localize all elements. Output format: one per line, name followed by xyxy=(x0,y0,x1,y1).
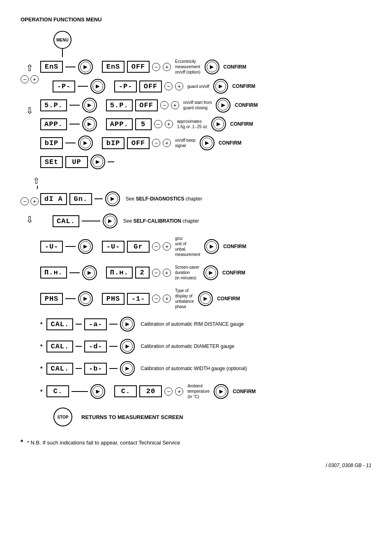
temp-confirm-label: CONFIRM xyxy=(233,389,256,394)
returns-row: STOP RETURNS TO MEASUREMENT SCREEN xyxy=(53,408,374,426)
cal-d-display2: -d- xyxy=(84,341,107,352)
menu-button[interactable]: MENU xyxy=(53,31,71,49)
bip-minus[interactable]: − xyxy=(152,139,160,147)
phs-nav-btn[interactable]: ► xyxy=(78,291,93,306)
diag-nav-btn[interactable]: ► xyxy=(105,191,120,206)
cal-b-nav-btn[interactable]: ► xyxy=(120,361,135,376)
temp-nav-btn[interactable]: ► xyxy=(90,384,105,399)
nav-plus[interactable]: + xyxy=(30,75,39,83)
ast-d: * xyxy=(40,343,42,350)
cal-d-desc: Calibration of automatic DIAMETER gauge xyxy=(141,343,234,349)
left-nav-2: − + ⇩ xyxy=(21,196,39,225)
u-plus[interactable]: + xyxy=(163,242,171,251)
cal-b-desc: Calibration of automatic WIDTH gauge (op… xyxy=(141,366,247,371)
ens-confirm-btn[interactable]: ► xyxy=(205,60,219,74)
p-desc: guard on/off xyxy=(187,84,209,89)
p-nav-btn[interactable]: ► xyxy=(90,79,105,94)
u-display1: -U- xyxy=(40,241,63,253)
ast-b: * xyxy=(40,365,42,372)
app-confirm-btn[interactable]: ► xyxy=(211,117,226,131)
nav2-minus[interactable]: − xyxy=(21,197,29,205)
row-temp: * C. ► C. 20 − + Ambienttemperature(in °… xyxy=(40,383,374,399)
cal-d-display1: CAL. xyxy=(46,341,73,352)
cal-a-nav-btn[interactable]: ► xyxy=(120,317,135,332)
app-plus[interactable]: + xyxy=(165,120,173,128)
temp-confirm-btn[interactable]: ► xyxy=(214,384,228,399)
u-confirm-btn[interactable]: ► xyxy=(204,239,219,254)
row-min: П.н. ► П.н. 2 − + Screen-saverduration(i… xyxy=(40,265,374,281)
min-minus[interactable]: − xyxy=(152,269,160,277)
ens-desc: Eccentricitymeasurementon/off (option) xyxy=(175,59,201,75)
ens-plus[interactable]: + xyxy=(163,63,171,71)
app-desc: approximates1-5g or .1-.25 oz xyxy=(177,119,207,129)
bip-plus[interactable]: + xyxy=(163,139,171,147)
sp-desc: on/off start fromguard closing xyxy=(183,100,212,111)
p-confirm-btn[interactable]: ► xyxy=(213,79,228,94)
row-u: -U- ► -U- Gr − + g/ozunit ofunbal.measur… xyxy=(40,236,374,257)
ast-temp: * xyxy=(40,388,42,395)
ast-a: * xyxy=(40,321,42,327)
cal-a-display1: CAL. xyxy=(46,318,73,330)
cal-a-desc: Calibration of automatic RIM DISTANCE ga… xyxy=(141,321,244,327)
phs-confirm-btn[interactable]: ► xyxy=(198,291,213,306)
p-plus[interactable]: + xyxy=(175,82,183,90)
cal-b-display1: CAL. xyxy=(46,363,73,375)
ens-confirm-label: CONFIRM xyxy=(224,64,247,70)
temp-display1: C. xyxy=(46,385,69,397)
phs-plus[interactable]: + xyxy=(163,295,171,303)
sp-display3: OFF xyxy=(135,99,158,111)
left-nav: ⇧ − + ⇩ xyxy=(21,63,39,116)
row-set: SEt UP ► xyxy=(40,154,374,169)
nav-down-arrow[interactable]: ⇩ xyxy=(26,106,33,116)
phs-minus[interactable]: − xyxy=(152,295,160,303)
row-cal-b: * CAL. -b- ► Calibration of automatic WI… xyxy=(40,361,374,376)
ens-nav-btn[interactable]: ► xyxy=(78,60,93,74)
ens-display2: EnS xyxy=(102,61,125,73)
cal-d-nav-btn[interactable]: ► xyxy=(120,339,135,354)
row-p: -P- ► -P- OFF − + guard on/off ► CONFIRM xyxy=(53,79,374,94)
cal-a-display2: -a- xyxy=(84,318,107,330)
p-display2: -P- xyxy=(114,81,137,92)
nav2-down-arrow[interactable]: ⇩ xyxy=(26,214,33,225)
page-title: OPERATION FUNCTIONS MENU xyxy=(21,16,371,23)
nav-minus[interactable]: − xyxy=(21,75,29,83)
sp-plus[interactable]: + xyxy=(171,101,179,109)
sp-confirm-label: CONFIRM xyxy=(235,102,258,108)
sp-display2: 5.P. xyxy=(106,99,133,111)
bip-display3: OFF xyxy=(127,137,150,149)
p-minus[interactable]: − xyxy=(164,82,173,90)
bip-nav-btn[interactable]: ► xyxy=(78,136,93,150)
diagram-container: MENU ⇧ − + ⇩ EnS ► EnS OFF − xyxy=(21,31,374,426)
min-confirm-btn[interactable]: ► xyxy=(203,265,218,280)
sp-minus[interactable]: − xyxy=(160,101,168,109)
app-nav-btn[interactable]: ► xyxy=(82,117,97,131)
sp-nav-btn[interactable]: ► xyxy=(82,98,97,113)
sp-confirm-btn[interactable]: ► xyxy=(216,98,231,113)
cal-main-display1: CAL. xyxy=(53,215,79,227)
temp-minus[interactable]: − xyxy=(164,387,173,396)
app-minus[interactable]: − xyxy=(154,120,162,128)
min-nav-btn[interactable]: ► xyxy=(82,265,97,280)
u-minus[interactable]: − xyxy=(152,242,160,251)
min-plus[interactable]: + xyxy=(163,269,171,277)
row-app: APP. ► APP. 5 − + approximates1-5g or .1… xyxy=(40,117,374,131)
temp-plus[interactable]: + xyxy=(175,387,183,396)
p-display3: OFF xyxy=(139,81,162,92)
stop-button[interactable]: STOP xyxy=(53,408,72,426)
temp-display2: C. xyxy=(114,385,137,397)
section-up-arrow[interactable]: ⇧ xyxy=(33,176,40,186)
ens-minus[interactable]: − xyxy=(152,63,160,71)
bip-confirm-btn[interactable]: ► xyxy=(200,136,214,150)
u-display3: Gr xyxy=(127,241,150,253)
nav-up-arrow[interactable]: ⇧ xyxy=(26,63,33,74)
row-sp: 5.P. ► 5.P. OFF − + on/off start fromgua… xyxy=(40,98,374,113)
u-nav-btn[interactable]: ► xyxy=(78,239,93,254)
row-cal-main: CAL. ► See SELF-CALIBRATION chapter xyxy=(53,214,374,228)
min-display1: П.н. xyxy=(40,267,67,279)
row-cal-d: * CAL. -d- ► Calibration of automatic DI… xyxy=(40,339,374,354)
cal-main-nav-btn[interactable]: ► xyxy=(103,214,118,228)
cal-main-desc: See SELF-CALIBRATION chapter xyxy=(123,218,199,224)
set-nav-btn[interactable]: ► xyxy=(90,154,105,169)
nav2-plus[interactable]: + xyxy=(30,197,39,205)
phs-display1: PHS xyxy=(40,293,63,305)
